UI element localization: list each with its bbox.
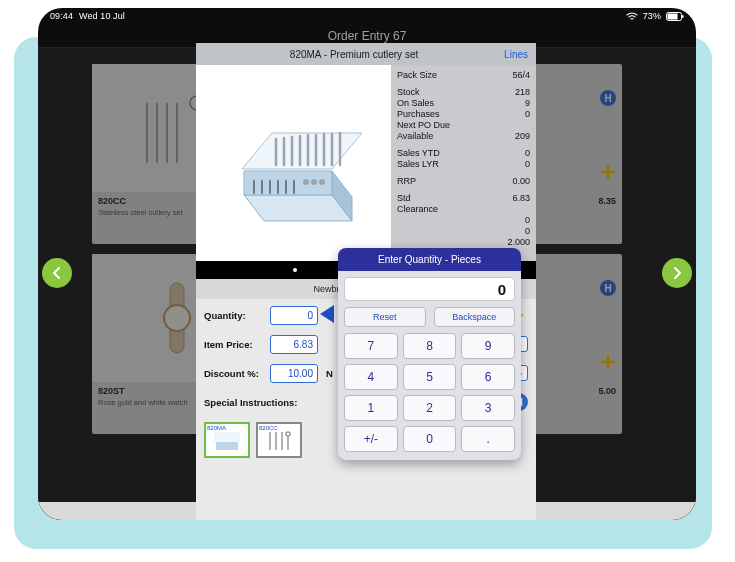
stat-value: 0.00 (512, 176, 530, 186)
key-5[interactable]: 5 (403, 364, 457, 390)
h-badge: H (600, 280, 616, 296)
svg-rect-1 (668, 13, 678, 19)
card-price: 5.00 (598, 386, 616, 396)
stat-value: 2.000 (507, 237, 530, 247)
svg-point-10 (164, 305, 190, 331)
card-price: 8.35 (598, 196, 616, 206)
product-stats: Pack Size56/4 Stock218 On Sales9 Purchas… (391, 65, 536, 261)
svg-rect-34 (214, 432, 240, 442)
stat-value: 0 (525, 148, 530, 158)
lines-link[interactable]: Lines (504, 49, 528, 60)
card-desc: Rose gold and white watch (98, 398, 188, 407)
modal-title: 820MA - Premium cutlery set (204, 49, 504, 60)
quantity-label: Quantity: (204, 310, 266, 321)
stat-value: 0 (525, 109, 530, 119)
stat-label: RRP (397, 176, 416, 186)
nav-next[interactable] (662, 258, 692, 288)
plus-icon[interactable] (600, 164, 616, 180)
quantity-keypad: Enter Quantity - Pieces 0 Reset Backspac… (338, 248, 521, 460)
keypad-display[interactable]: 0 (344, 277, 515, 301)
status-time: 09:44 (50, 11, 73, 21)
stat-value: 0 (525, 159, 530, 169)
card-code: 820CC (98, 196, 126, 206)
key-8[interactable]: 8 (403, 333, 457, 359)
key-6[interactable]: 6 (461, 364, 515, 390)
price-label: Item Price: (204, 339, 266, 350)
stat-label: Sales LYR (397, 159, 439, 169)
keypad-reset[interactable]: Reset (344, 307, 426, 327)
keypad-title: Enter Quantity - Pieces (338, 248, 521, 271)
stat-label: Sales YTD (397, 148, 440, 158)
svg-rect-2 (682, 15, 684, 18)
key-3[interactable]: 3 (461, 395, 515, 421)
stat-value: 0 (525, 226, 530, 236)
key-sign[interactable]: +/- (344, 426, 398, 452)
status-date: Wed 10 Jul (79, 11, 125, 21)
thumb-label: 820CC (259, 425, 278, 431)
stat-label: Std (397, 193, 411, 203)
svg-marker-12 (244, 171, 332, 195)
stat-value: 56/4 (512, 70, 530, 80)
stat-label: Stock (397, 87, 420, 97)
product-image (196, 65, 391, 261)
h-badge: H (600, 90, 616, 106)
price-field[interactable]: 6.83 (270, 335, 318, 354)
special-instructions-label: Special Instructions: (204, 397, 314, 408)
key-7[interactable]: 7 (344, 333, 398, 359)
stat-label: Purchases (397, 109, 440, 119)
key-1[interactable]: 1 (344, 395, 398, 421)
nav-prev[interactable] (42, 258, 72, 288)
stat-label: Available (397, 131, 433, 141)
key-9[interactable]: 9 (461, 333, 515, 359)
quantity-field[interactable]: 0 (270, 306, 318, 325)
svg-point-31 (311, 179, 317, 185)
svg-point-38 (286, 432, 290, 436)
keypad-backspace[interactable]: Backspace (434, 307, 516, 327)
thumb-label: 820MA (207, 425, 226, 431)
thumb[interactable]: 820CC (256, 422, 302, 458)
status-bar: 09:44 Wed 10 Jul 73% (38, 8, 696, 24)
svg-marker-14 (242, 133, 362, 169)
key-0[interactable]: 0 (403, 426, 457, 452)
keypad-grid: 7 8 9 4 5 6 1 2 3 +/- 0 . (338, 333, 521, 460)
stat-value: 218 (515, 87, 530, 97)
blue-arrow-icon (320, 305, 334, 325)
svg-point-32 (319, 179, 325, 185)
svg-point-30 (303, 179, 309, 185)
stat-value: 9 (525, 98, 530, 108)
stat-label: Pack Size (397, 70, 437, 80)
key-4[interactable]: 4 (344, 364, 398, 390)
key-dot[interactable]: . (461, 426, 515, 452)
ipad-frame: 09:44 Wed 10 Jul 73% Order Entry 67 Bran… (38, 8, 696, 520)
card-code: 820ST (98, 386, 125, 396)
stat-label: Next PO Due (397, 120, 450, 130)
stat-label: Clearance (397, 204, 438, 214)
stat-value: 209 (515, 131, 530, 141)
battery-icon (666, 12, 684, 21)
card-desc: Stainless steel cutlery set (98, 208, 183, 217)
stat-label: On Sales (397, 98, 434, 108)
thumb-active[interactable]: 820MA (204, 422, 250, 458)
discount-field[interactable]: 10.00 (270, 364, 318, 383)
price-suffix: N (326, 368, 333, 379)
stat-value: 6.83 (512, 193, 530, 203)
wifi-icon (626, 12, 638, 21)
modal-header: 820MA - Premium cutlery set Lines (196, 43, 536, 65)
key-2[interactable]: 2 (403, 395, 457, 421)
plus-icon[interactable] (600, 354, 616, 370)
stat-value: 0 (525, 215, 530, 225)
battery-pct: 73% (643, 11, 661, 21)
discount-label: Discount %: (204, 368, 266, 379)
